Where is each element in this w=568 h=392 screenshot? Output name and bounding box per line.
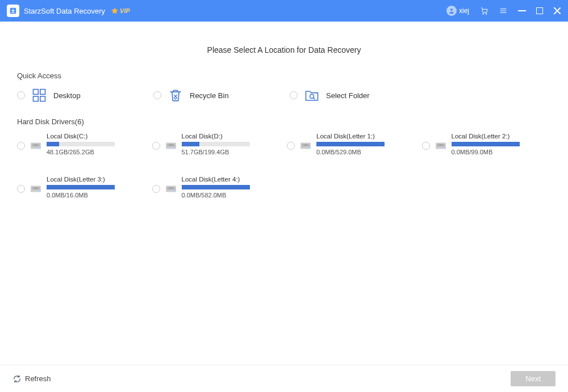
quick-access-row: Desktop Recycle Bin Select Folder xyxy=(17,87,551,104)
recycle-bin-icon xyxy=(167,87,184,104)
svg-point-2 xyxy=(450,9,453,11)
quick-access-recycle[interactable]: Recycle Bin xyxy=(153,87,290,104)
disk-name: Local Disk(Letter 1:) xyxy=(316,133,410,140)
radio-recycle[interactable] xyxy=(153,91,161,99)
ssd-icon: SSD xyxy=(299,140,312,152)
quick-access-heading: Quick Access xyxy=(17,71,551,80)
radio-folder[interactable] xyxy=(290,91,298,99)
disk-item[interactable]: SSD Local Disk(D:) 51.7GB/199.4GB xyxy=(152,133,282,155)
disk-name: Local Disk(Letter 4:) xyxy=(182,176,275,183)
svg-rect-6 xyxy=(40,90,45,95)
next-button[interactable]: Next xyxy=(511,371,556,386)
titlebar-controls: xiej xyxy=(446,6,561,16)
disk-usage-label: 0.0MB/529.0MB xyxy=(316,149,410,155)
svg-text:SSD: SSD xyxy=(303,144,308,146)
app-logo-icon xyxy=(7,5,19,17)
minimize-button[interactable] xyxy=(518,10,526,11)
ssd-icon: SSD xyxy=(165,140,177,152)
svg-rect-34 xyxy=(38,190,40,191)
disk-usage-label: 48.1GB/265.2GB xyxy=(47,149,140,155)
svg-point-9 xyxy=(310,94,314,98)
disk-usage-bar xyxy=(182,185,250,189)
avatar-icon xyxy=(446,6,457,16)
select-folder-icon xyxy=(303,87,320,104)
disk-usage-bar xyxy=(47,142,115,146)
disk-item[interactable]: SSD Local Disk(Letter 3:) 0.0MB/16.0MB xyxy=(17,176,147,199)
disk-usage-bar xyxy=(47,185,115,189)
ssd-icon: SSD xyxy=(165,183,177,195)
svg-text:SSD: SSD xyxy=(34,187,38,189)
disk-item[interactable]: SSD Local Disk(Letter 1:) 0.0MB/529.0MB xyxy=(287,133,416,155)
disk-usage-label: 0.0MB/582.0MB xyxy=(182,192,275,199)
disk-name: Local Disk(D:) xyxy=(182,133,275,140)
disk-usage-label: 0.0MB/16.0MB xyxy=(47,192,140,199)
folder-label: Select Folder xyxy=(326,91,370,100)
ssd-icon: SSD xyxy=(435,140,447,152)
svg-rect-19 xyxy=(173,147,175,147)
desktop-label: Desktop xyxy=(53,91,81,100)
main-content: Please Select A Location for Data Recove… xyxy=(0,22,568,365)
radio-disk[interactable] xyxy=(152,185,160,193)
disk-usage-label: 51.7GB/199.4GB xyxy=(182,149,275,155)
disk-item[interactable]: SSD Local Disk(Letter 2:) 0.0MB/99.0MB xyxy=(422,133,552,155)
ssd-icon: SSD xyxy=(30,183,42,195)
username-label: xiej xyxy=(459,7,469,15)
svg-text:SSD: SSD xyxy=(169,144,173,146)
maximize-button[interactable] xyxy=(536,7,543,14)
radio-disk[interactable] xyxy=(152,142,160,150)
svg-text:SSD: SSD xyxy=(169,187,173,189)
quick-access-folder[interactable]: Select Folder xyxy=(290,87,426,104)
disk-item[interactable]: SSD Local Disk(C:) 48.1GB/265.2GB xyxy=(17,133,147,155)
svg-text:SSD: SSD xyxy=(438,144,443,146)
desktop-icon xyxy=(31,87,48,104)
radio-disk[interactable] xyxy=(422,142,430,150)
disk-name: Local Disk(Letter 3:) xyxy=(47,176,140,183)
quick-access-desktop[interactable]: Desktop xyxy=(17,87,153,104)
radio-disk[interactable] xyxy=(287,142,295,150)
svg-rect-14 xyxy=(38,147,40,147)
user-account[interactable]: xiej xyxy=(446,6,469,16)
disk-grid: SSD Local Disk(C:) 48.1GB/265.2GB SSD Lo… xyxy=(17,133,551,199)
svg-rect-1 xyxy=(11,12,15,12)
svg-text:SSD: SSD xyxy=(34,144,38,146)
ssd-icon: SSD xyxy=(30,140,42,152)
cart-icon[interactable] xyxy=(479,6,488,15)
svg-point-4 xyxy=(486,13,487,14)
radio-desktop[interactable] xyxy=(17,91,25,99)
svg-rect-5 xyxy=(34,90,39,95)
close-button[interactable] xyxy=(553,7,561,15)
disk-name: Local Disk(Letter 2:) xyxy=(452,133,545,140)
svg-rect-7 xyxy=(34,96,39,102)
page-heading: Please Select A Location for Data Recove… xyxy=(17,45,551,54)
radio-disk[interactable] xyxy=(17,185,25,193)
vip-label: VIP xyxy=(120,7,130,14)
menu-icon[interactable] xyxy=(499,6,508,15)
svg-rect-8 xyxy=(40,96,45,102)
svg-rect-39 xyxy=(173,190,175,191)
footer-bar: Refresh Next xyxy=(0,365,568,392)
disk-usage-bar xyxy=(182,142,250,146)
title-bar: StarzSoft Data Recovery VIP xiej xyxy=(0,0,568,22)
disk-item[interactable]: SSD Local Disk(Letter 4:) 0.0MB/582.0MB xyxy=(152,176,282,199)
disk-usage-label: 0.0MB/99.0MB xyxy=(452,149,545,155)
refresh-icon xyxy=(12,374,22,383)
disk-usage-bar xyxy=(452,142,520,146)
disk-usage-bar xyxy=(316,142,385,146)
vip-badge: VIP xyxy=(111,7,130,15)
refresh-button[interactable]: Refresh xyxy=(12,374,51,383)
radio-disk[interactable] xyxy=(17,142,25,150)
hard-disk-heading: Hard Disk Drivers(6) xyxy=(17,117,551,126)
refresh-label: Refresh xyxy=(25,374,51,383)
recycle-label: Recycle Bin xyxy=(190,91,229,100)
svg-point-3 xyxy=(483,13,484,14)
app-title: StarzSoft Data Recovery xyxy=(24,7,105,15)
disk-name: Local Disk(C:) xyxy=(47,133,140,140)
svg-rect-24 xyxy=(308,147,310,147)
svg-rect-29 xyxy=(443,147,445,147)
